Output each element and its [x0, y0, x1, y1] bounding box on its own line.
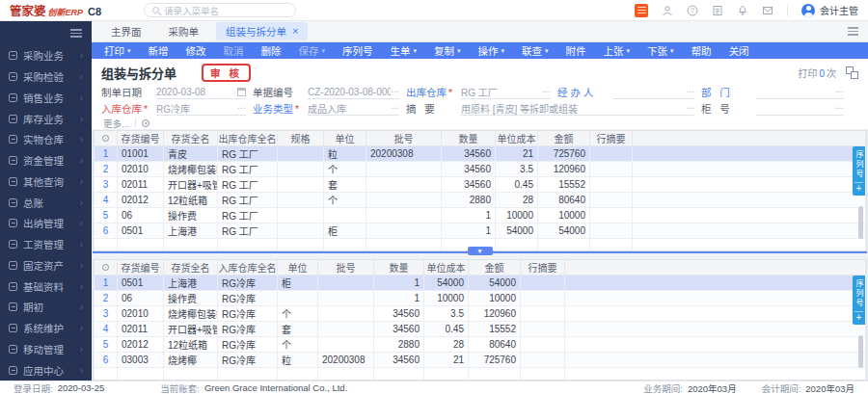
field-suffix-icon[interactable] — [686, 103, 694, 113]
document-icon[interactable] — [712, 5, 723, 16]
grid-splitter[interactable]: ▼ — [93, 251, 867, 259]
sidebar-item[interactable]: 期初 › — [0, 297, 92, 318]
tab[interactable]: 采购单 — [159, 22, 209, 40]
table-row[interactable]: 202010烧烤椰包装袋RG 工厂个345603.5120960 — [95, 162, 866, 177]
table-row[interactable]: 40201212粒纸箱RG 工厂个28802880640 — [95, 193, 866, 208]
scrollbar-thumb[interactable] — [858, 335, 863, 368]
sidebar-item[interactable]: 固定资产 › — [0, 255, 92, 276]
caret-down-icon[interactable]: ▾ — [414, 47, 418, 55]
caret-down-icon[interactable]: ▾ — [502, 47, 505, 55]
toolbar-button[interactable]: 删除 — [253, 43, 290, 58]
field-suffix-icon[interactable] — [391, 103, 399, 113]
form-settings-icon[interactable] — [142, 119, 149, 127]
caret-down-icon[interactable]: ▾ — [127, 47, 131, 55]
more-link[interactable]: 更多... — [103, 117, 129, 130]
grid-settings-icon[interactable] — [102, 264, 109, 271]
sidebar-item[interactable]: 工资管理 › — [0, 234, 92, 255]
field-input[interactable] — [612, 86, 694, 99]
field-suffix-icon[interactable] — [835, 103, 844, 113]
user-menu[interactable]: 会计主管 — [801, 3, 858, 17]
menu-search-input[interactable]: 请录入菜单名 — [144, 3, 296, 17]
column-header[interactable]: 存货编号 — [118, 131, 164, 146]
tab[interactable]: 组装与拆分单 × — [216, 22, 308, 40]
column-header[interactable] — [95, 260, 118, 276]
serial-number-side-button[interactable]: 序列号 + — [853, 146, 865, 196]
field-input[interactable]: RG 工厂 — [461, 86, 551, 99]
table-row[interactable]: 50201212粒纸箱RG冷库个28802880640 — [95, 337, 866, 353]
tab-close-icon[interactable]: × — [292, 26, 298, 37]
sidebar-item[interactable]: 移动管理 › — [0, 339, 92, 360]
table-row[interactable]: 10501上海港RG冷库柜15400054000 — [95, 276, 866, 291]
sidebar-item[interactable]: 系统维护 › — [0, 318, 92, 339]
field-input[interactable]: CZ-2020-03-08-00008 — [308, 86, 399, 99]
table-row[interactable]: 206操作费RG冷库11000010000 — [95, 291, 866, 306]
toolbar-button[interactable]: 保存 ▾ — [290, 43, 335, 58]
column-header[interactable]: 出库仓库全名 — [218, 131, 278, 146]
sidebar-item[interactable]: 总账 › — [0, 192, 92, 213]
field-input[interactable]: 成品入库 — [308, 102, 399, 116]
toolbar-button[interactable]: 联查 ▾ — [513, 43, 557, 58]
toolbar-button[interactable]: 关闭 — [720, 43, 758, 58]
field-suffix-icon[interactable] — [237, 88, 246, 96]
mail-icon[interactable] — [762, 5, 773, 16]
caret-down-icon[interactable]: ▾ — [457, 47, 461, 55]
table-row[interactable] — [95, 368, 866, 381]
field-input[interactable] — [756, 102, 844, 116]
toolbar-button[interactable]: 修改 — [177, 43, 215, 58]
grid-settings-icon[interactable] — [102, 135, 109, 142]
caret-down-icon[interactable]: ▾ — [545, 47, 549, 55]
tab[interactable]: 主界面 — [101, 22, 151, 40]
column-header[interactable]: 行摘要 — [590, 131, 633, 146]
column-header[interactable]: 行摘要 — [521, 260, 565, 276]
field-suffix-icon[interactable] — [835, 87, 844, 96]
table-row[interactable]: 60501上海港RG 工厂柜15400054000 — [95, 223, 866, 239]
app-promo-icon[interactable] — [635, 4, 648, 17]
table-row[interactable]: 402011开口器+吸管RG冷库套345600.4515552 — [95, 322, 866, 337]
field-input[interactable]: 用原料 [青皮] 等拆卸或组装 — [461, 102, 694, 116]
column-header[interactable]: 入库仓库全名 — [218, 260, 278, 276]
table-row[interactable]: 506操作费RG 工厂11000010000 — [95, 208, 866, 223]
column-header[interactable]: 金额 — [469, 260, 521, 276]
add-row-icon[interactable]: + — [854, 311, 863, 323]
sidebar-item[interactable]: 采购检验 › — [0, 66, 92, 88]
scrollbar-thumb[interactable] — [858, 206, 863, 239]
toolbar-button[interactable]: 新增 — [140, 43, 177, 58]
caret-down-icon[interactable]: ▾ — [627, 47, 631, 55]
sidebar-item[interactable]: 采购业务 › — [0, 45, 92, 66]
sidebar-item[interactable]: 实物仓库 › — [0, 129, 92, 150]
sidebar-item[interactable]: 出纳管理 › — [0, 213, 92, 234]
add-row-icon[interactable]: + — [854, 182, 863, 194]
help-icon[interactable]: ? — [687, 5, 698, 16]
field-input[interactable]: RG冷库 — [156, 102, 246, 116]
table-row[interactable]: 302010烧烤椰包装袋RG冷库个345603.5120960 — [95, 306, 866, 322]
barcode-icon[interactable] — [846, 66, 858, 79]
column-header[interactable]: 数量 — [374, 260, 424, 276]
sidebar-item[interactable]: 应用中心 › — [0, 359, 92, 381]
caret-down-icon[interactable]: ▾ — [322, 47, 326, 55]
column-header[interactable]: 存货全名 — [164, 131, 218, 146]
column-header[interactable]: 规格 — [278, 131, 324, 146]
sidebar-item[interactable]: 库存业务 › — [0, 108, 92, 129]
column-header[interactable]: 金额 — [538, 131, 590, 146]
field-suffix-icon[interactable] — [391, 87, 399, 96]
toolbar-button[interactable]: 取消 — [215, 43, 253, 58]
column-header[interactable]: 批号 — [318, 260, 374, 276]
user-icon[interactable] — [662, 5, 673, 16]
table-row[interactable]: 603003烧烤椰RG冷库粒202003083456021725760 — [95, 353, 866, 368]
toolbar-button[interactable]: 打印 ▾ — [95, 43, 140, 58]
field-input[interactable] — [756, 86, 844, 99]
toolbar-button[interactable]: 序列号 — [334, 43, 382, 58]
toolbar-button[interactable]: 操作 ▾ — [470, 43, 514, 58]
toolbar-button[interactable]: 复制 ▾ — [425, 43, 470, 58]
field-input[interactable]: 2020-03-08 — [156, 86, 246, 99]
sidebar-item[interactable]: 基础资料 › — [0, 276, 92, 297]
column-header[interactable]: 单位 — [324, 131, 366, 146]
toolbar-button[interactable]: 生单 ▾ — [382, 43, 426, 58]
column-header[interactable]: 单位 — [278, 260, 318, 276]
table-row[interactable]: 302011开口器+吸管RG 工厂套345600.4515552 — [95, 177, 866, 193]
column-header[interactable]: 数量 — [442, 131, 496, 146]
field-suffix-icon[interactable] — [237, 103, 246, 113]
toolbar-button[interactable]: 下张 ▾ — [638, 43, 683, 58]
sidebar-item[interactable]: 其他查询 › — [0, 171, 92, 193]
toolbar-button[interactable]: 上张 ▾ — [595, 43, 639, 58]
